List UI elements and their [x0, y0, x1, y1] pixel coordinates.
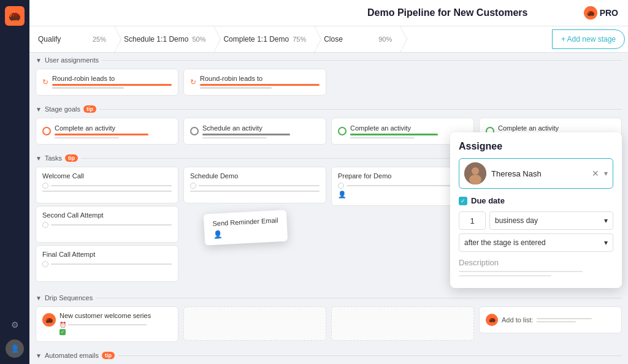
- drip-toggle[interactable]: ▼: [36, 295, 42, 301]
- ua-lines-2: Round-robin leads to: [200, 75, 320, 90]
- task-line-3: [51, 264, 172, 265]
- tasks-title: Tasks: [45, 154, 62, 162]
- due-num-input[interactable]: 1: [459, 211, 486, 230]
- email-section: ▼ Automated emails tip Start sending: 👤: [29, 348, 628, 364]
- due-select-after-stage[interactable]: after the stage is entered: [459, 233, 613, 252]
- atl-line-2: [537, 321, 576, 322]
- stage-tab-close[interactable]: Close 90%: [315, 26, 401, 52]
- pipeline-content: ▼ User assignments ↻ Round-robin leads t…: [29, 53, 628, 364]
- task-card-final[interactable]: Final Call Attempt: [36, 245, 178, 282]
- ua-col-2: ↻ Round-robin leads to: [181, 69, 329, 98]
- task-row-2: [42, 191, 172, 192]
- atl-label: Add to list:: [502, 316, 533, 324]
- task-row-7: [338, 183, 467, 189]
- stage-tab-qualify[interactable]: Qualify 25%: [29, 26, 115, 52]
- ua-title: User assignments: [45, 56, 99, 64]
- sg-sub-1: [55, 137, 119, 138]
- email-toggle[interactable]: ▼: [36, 352, 42, 359]
- settings-icon[interactable]: ⚙: [5, 315, 25, 335]
- atl-line-1: [537, 318, 591, 319]
- task-line-2: [51, 224, 172, 226]
- assignee-row[interactable]: Theresa Nash ✕ ▾: [459, 158, 613, 189]
- atl-card[interactable]: 🌰 Add to list:: [479, 306, 622, 333]
- atl-lines: [537, 318, 615, 322]
- pro-label: PRO: [600, 8, 618, 18]
- email-header: ▼ Automated emails tip: [29, 348, 628, 363]
- atl-acorn: 🌰: [486, 314, 498, 326]
- assignee-popup: Assignee Theresa Nash ✕ ▾ Due date: [450, 132, 622, 288]
- task-card-welcome[interactable]: Welcome Call: [36, 167, 178, 203]
- email-line: [118, 355, 622, 356]
- add-stage-button[interactable]: + Add new stage: [552, 29, 625, 49]
- drip-content-1: New customer welcome series ⏰: [59, 312, 172, 336]
- tasks-badge: tip: [65, 154, 78, 162]
- task-card-schedule[interactable]: Schedule Demo: [183, 167, 326, 203]
- sg-icon-2: [190, 127, 199, 135]
- ua-bar-gray-1: [52, 87, 124, 89]
- drip-check-1: [59, 329, 66, 335]
- due-select-business-day[interactable]: business day: [489, 211, 613, 230]
- due-select2-chevron: [604, 238, 608, 247]
- drip-col-1: 🌰 New customer welcome series ⏰: [33, 306, 181, 344]
- task-line-4: [199, 185, 320, 186]
- email-title: Automated emails: [45, 352, 99, 359]
- ua-grid: ↻ Round-robin leads to ↻ Round-robin lea…: [29, 67, 628, 102]
- tasks-toggle[interactable]: ▼: [36, 155, 42, 162]
- task-row-8: 👤: [338, 191, 467, 199]
- ua-bar-orange-2: [200, 84, 320, 86]
- due-date-checkbox[interactable]: [459, 197, 467, 205]
- ua-card-2[interactable]: ↻ Round-robin leads to: [183, 69, 326, 96]
- assignee-popup-title: Assignee: [459, 141, 613, 152]
- task-line-5: [190, 191, 320, 192]
- sg-lines-2: Schedule an activity: [202, 124, 320, 138]
- sg-col-1: Complete an activity: [33, 118, 181, 147]
- due-select2-label: after the stage is entered: [464, 238, 546, 247]
- sg-card-2[interactable]: Schedule an activity: [183, 118, 326, 145]
- ua-toggle[interactable]: ▼: [36, 57, 42, 64]
- task-card-second[interactable]: Second Call Attempt: [36, 206, 178, 243]
- drip-title-1: New customer welcome series: [59, 312, 172, 319]
- drip-row-1: ⏰: [59, 322, 172, 328]
- sg-title: Stage goals: [45, 105, 80, 113]
- drip-card-1[interactable]: 🌰 New customer welcome series ⏰: [36, 306, 178, 342]
- user-avatar[interactable]: 👤: [6, 339, 24, 358]
- drip-line: [96, 298, 622, 298]
- due-select-label: business day: [495, 216, 538, 225]
- sg-icon-3: [338, 127, 347, 135]
- sidebar: 🌰 ⚙ 👤: [0, 0, 29, 364]
- drag-card[interactable]: Send Reminder Email 👤: [204, 210, 288, 246]
- ua-line: [102, 60, 622, 61]
- drip-title: Drip Sequences: [45, 294, 93, 301]
- stage-tab-schedule[interactable]: Schedule 1:1 Demo 50%: [115, 26, 215, 52]
- due-select-chevron: [604, 216, 608, 225]
- main-content: Demo Pipeline for New Customers 🌰 PRO Qu…: [29, 0, 628, 364]
- sg-lines-1: Complete an activity: [55, 124, 172, 138]
- sg-label-2: Schedule an activity: [202, 124, 320, 132]
- email-badge: tip: [102, 352, 115, 359]
- sg-top-3: [350, 134, 438, 135]
- ua-col-4: [477, 69, 624, 98]
- task-row-5: [190, 183, 320, 189]
- assignee-chevron-icon[interactable]: ▾: [604, 169, 608, 178]
- task-title-schedule: Schedule Demo: [190, 172, 320, 180]
- due-selects: 1 business day: [459, 211, 613, 230]
- sg-line: [99, 109, 622, 110]
- task-title-second: Second Call Attempt: [42, 211, 172, 219]
- ua-icon-2: ↻: [190, 78, 196, 86]
- sg-card-1[interactable]: Complete an activity: [36, 118, 178, 145]
- sg-icon-1: [42, 127, 51, 135]
- ua-lines-1: Round-robin leads to: [52, 75, 172, 90]
- drip-clock-icon: ⏰: [59, 322, 66, 328]
- ua-empty-4: [479, 69, 622, 98]
- tasks-col-1: Welcome Call Second Call Attempt: [33, 167, 181, 287]
- description-label: Description: [459, 258, 613, 267]
- acorn-icon: 🌰: [584, 6, 597, 20]
- assignee-clear-icon[interactable]: ✕: [592, 169, 599, 178]
- stage-tab-complete[interactable]: Complete 1:1 Demo 75%: [215, 26, 315, 52]
- sg-toggle[interactable]: ▼: [36, 106, 42, 113]
- ua-card-1[interactable]: ↻ Round-robin leads to: [36, 69, 178, 96]
- task-person: 👤: [338, 191, 347, 199]
- task-row-4: [42, 261, 172, 267]
- task-line-short: [42, 191, 172, 192]
- task-title-final: Final Call Attempt: [42, 251, 172, 258]
